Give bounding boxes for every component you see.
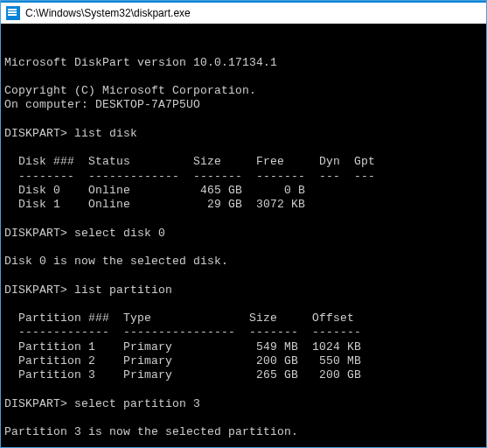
- titlebar[interactable]: C:\Windows\System32\diskpart.exe: [1, 1, 486, 24]
- blank-line: [4, 70, 11, 83]
- cmd-list-partition: list partition: [74, 284, 172, 297]
- prompt: DISKPART>: [4, 127, 67, 140]
- partition-table-row: Partition 3 Primary 265 GB 200 GB: [4, 368, 361, 382]
- cmd-select-partition: select partition 3: [74, 397, 200, 410]
- blank-line: [4, 212, 11, 225]
- blank-line: [4, 382, 11, 396]
- prompt: DISKPART>: [4, 284, 67, 297]
- disk-table-divider: -------- ------------- ------- ------- -…: [4, 170, 375, 183]
- computer-line: On computer: DESKTOP-7A7P5UO: [4, 98, 200, 111]
- blank-line: [4, 411, 11, 424]
- disk-table-row: Disk 0 Online 465 GB 0 B: [4, 184, 305, 197]
- response-disk-selected: Disk 0 is now the selected disk.: [4, 255, 228, 268]
- copyright-line: Copyright (C) Microsoft Corporation.: [4, 84, 256, 97]
- blank-line: [4, 298, 11, 311]
- terminal-output[interactable]: Microsoft DiskPart version 10.0.17134.1 …: [1, 24, 486, 448]
- disk-table-row: Disk 1 Online 29 GB 3072 KB: [4, 198, 305, 211]
- blank-line: [4, 269, 11, 282]
- partition-table-row: Partition 2 Primary 200 GB 550 MB: [4, 354, 361, 368]
- version-line: Microsoft DiskPart version 10.0.17134.1: [4, 56, 277, 69]
- partition-table-divider: ------------- ---------------- ------- -…: [4, 326, 361, 339]
- blank-line: [4, 41, 11, 54]
- blank-line: [4, 113, 11, 126]
- window-title: C:\Windows\System32\diskpart.exe: [25, 7, 191, 19]
- partition-table-header: Partition ### Type Size Offset: [4, 312, 354, 325]
- prompt: DISKPART>: [4, 397, 67, 410]
- cmd-select-disk: select disk 0: [74, 227, 165, 240]
- partition-table-row: Partition 1 Primary 549 MB 1024 KB: [4, 340, 361, 354]
- blank-line: [4, 439, 11, 448]
- blank-line: [4, 241, 11, 254]
- prompt: DISKPART>: [4, 227, 67, 240]
- cmd-list-disk: list disk: [74, 127, 137, 140]
- diskpart-icon: [6, 6, 20, 20]
- response-partition-selected: Partition 3 is now the selected partitio…: [4, 425, 298, 438]
- disk-table-header: Disk ### Status Size Free Dyn Gpt: [4, 155, 375, 168]
- blank-line: [4, 141, 11, 154]
